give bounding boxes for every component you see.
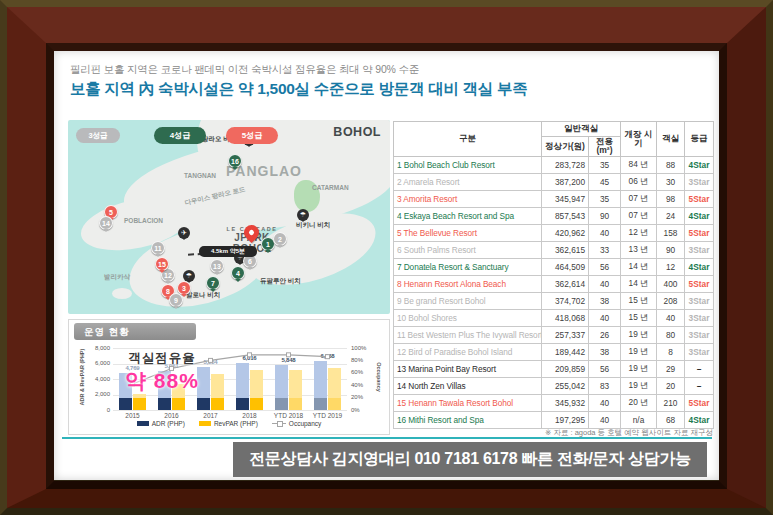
resort-opening-cell: 15 년 xyxy=(621,309,657,326)
resort-area-cell: 40 xyxy=(589,411,621,428)
right-axis-tick: 60% xyxy=(351,369,377,375)
x-axis-label: 2015 xyxy=(113,412,152,419)
left-axis-tick: 8,000 xyxy=(83,345,110,351)
resort-price-cell: 189,442 xyxy=(542,343,589,360)
balicasag-label: 발리카삭 xyxy=(104,273,130,282)
resort-opening-cell: 12 년 xyxy=(621,224,657,241)
resort-grade-cell: 4Star xyxy=(685,156,714,173)
resort-name-cell: 8 Henann Resort Alona Beach xyxy=(394,275,542,292)
resort-price-cell: 387,200 xyxy=(542,173,589,190)
right-axis-tick: 100% xyxy=(351,345,377,351)
operations-chart-panel: 운영 현황 ADR & RevPAR (PHP) Occupancy 4,769… xyxy=(68,319,390,435)
poblacion-label: POBLACION xyxy=(124,217,163,224)
resort-grade-cell: 3Star xyxy=(685,326,714,343)
resort-grade-cell: – xyxy=(685,377,714,394)
resort-area-cell: 45 xyxy=(589,173,621,190)
balicasag-island-shape xyxy=(112,288,132,299)
resort-rooms-cell: 80 xyxy=(657,326,685,343)
table-row: 10 Bohol Shores418,0684015 년403Star xyxy=(394,309,714,326)
chart-title-ribbon: 운영 현황 xyxy=(74,323,196,340)
resort-price-cell: 857,543 xyxy=(542,207,589,224)
resort-rooms-cell: 20 xyxy=(657,377,685,394)
resort-name-cell: 10 Bohol Shores xyxy=(394,309,542,326)
right-axis-tick: 80% xyxy=(351,357,377,363)
resort-grade-cell: 3Star xyxy=(685,292,714,309)
resort-area-cell: 40 xyxy=(589,309,621,326)
map-pin-15: 15 xyxy=(155,257,169,271)
catarman-label: CATARMAN xyxy=(312,184,349,191)
map-pin-11: 11 xyxy=(151,241,165,255)
bikini-beach-pin-icon: ☂ xyxy=(297,209,309,221)
table-row: 13 Marina Point Bay Resort209,8595619 년2… xyxy=(394,360,714,377)
resort-area-cell: 35 xyxy=(589,190,621,207)
resort-name-cell: 11 Best Western Plus The Ivywall Resort xyxy=(394,326,542,343)
resort-area-cell: 40 xyxy=(589,394,621,411)
map-pin-4: 4 xyxy=(231,266,245,280)
resort-name-cell: 4 Eskaya Beach Resort and Spa xyxy=(394,207,542,224)
resort-area-cell: 40 xyxy=(589,224,621,241)
right-axis-tick: 20% xyxy=(351,394,377,400)
resort-name-cell: 1 Bohol Beach Club Resort xyxy=(394,156,542,173)
col-header-area: 전용(m²) xyxy=(589,137,621,157)
framed-slide: 필리핀 보홀 지역은 코로나 팬데믹 이전 숙박시설 점유율은 최대 약 90%… xyxy=(0,0,773,515)
resort-price-cell: 255,042 xyxy=(542,377,589,394)
resort-opening-cell: 14 년 xyxy=(621,275,657,292)
resort-opening-cell: 84 년 xyxy=(621,156,657,173)
resort-price-cell: 362,614 xyxy=(542,275,589,292)
distance-badge: 4.5km 약5분 xyxy=(199,246,257,257)
resort-name-cell: 5 The Bellevue Resort xyxy=(394,224,542,241)
x-axis-label: YTD 2018 xyxy=(269,412,308,419)
resort-rooms-cell: 40 xyxy=(657,309,685,326)
occupancy-swatch xyxy=(272,423,286,424)
x-axis-label: 2018 xyxy=(230,412,269,419)
resort-table-wrap: 구분 일반객실 개장 시기 객실 등급 정상가(원) 전용(m²) 1 Boho… xyxy=(393,121,713,429)
resort-opening-cell: 19 년 xyxy=(621,360,657,377)
table-row: 3 Amorita Resort345,9473507 년985Star xyxy=(394,190,714,207)
resort-grade-cell: 3Star xyxy=(685,173,714,190)
resort-grade-cell: 3Star xyxy=(685,343,714,360)
left-axis-tick: 2,000 xyxy=(83,391,110,397)
annotation-caption: 객실점유율 xyxy=(125,350,199,367)
table-row: 6 South Palms Resort362,6153313 년903Star xyxy=(394,241,714,258)
right-axis-tick: 40% xyxy=(351,382,377,388)
resort-table: 구분 일반객실 개장 시기 객실 등급 정상가(원) 전용(m²) 1 Boho… xyxy=(393,121,714,429)
left-axis-tick: 0 xyxy=(83,407,110,413)
resort-opening-cell: 19 년 xyxy=(621,377,657,394)
slide-title: 보홀 지역 內 숙박시설은 약 1,500실 수준으로 방문객 대비 객실 부족 xyxy=(70,79,527,100)
resort-grade-cell: 3Star xyxy=(685,309,714,326)
legend-occupancy-label: Occupancy xyxy=(289,420,322,427)
right-axis-tick: 0% xyxy=(351,407,377,413)
table-row: 1 Bohol Beach Club Resort283,7283584 년88… xyxy=(394,156,714,173)
resort-name-cell: 2 Amarela Resort xyxy=(394,173,542,190)
resort-name-cell: 6 South Palms Resort xyxy=(394,241,542,258)
resort-rooms-cell: 30 xyxy=(657,173,685,190)
resort-rooms-cell: 12 xyxy=(657,258,685,275)
resort-price-cell: 362,615 xyxy=(542,241,589,258)
resort-opening-cell: 20 년 xyxy=(621,394,657,411)
table-row: 16 Mithi Resort and Spa197,29540n/a684St… xyxy=(394,411,714,428)
col-header-room-group: 일반객실 xyxy=(542,122,621,137)
resort-rooms-cell: 98 xyxy=(657,190,685,207)
resort-grade-cell: 5Star xyxy=(685,275,714,292)
map-pin-13: 13 xyxy=(210,259,224,273)
table-row: 4 Eskaya Beach Resort and Spa857,5439007… xyxy=(394,207,714,224)
slide-subtitle: 필리핀 보홀 지역은 코로나 팬데믹 이전 숙박시설 점유율은 최대 약 90%… xyxy=(70,63,419,77)
legend-adr-label: ADR (PHP) xyxy=(152,420,185,427)
map-pin-7: 7 xyxy=(206,276,220,290)
resort-area-cell: 38 xyxy=(589,343,621,360)
table-row: 8 Henann Resort Alona Beach362,6144014 년… xyxy=(394,275,714,292)
resort-price-cell: 257,337 xyxy=(542,326,589,343)
teal-divider xyxy=(62,437,712,439)
resort-opening-cell: 06 년 xyxy=(621,173,657,190)
resort-name-cell: 9 Be grand Resort Bohol xyxy=(394,292,542,309)
legend-3star-pill: 3성급 xyxy=(76,128,120,143)
left-axis-tick: 4,000 xyxy=(83,376,110,382)
left-axis-tick: 6,000 xyxy=(83,360,110,366)
resort-area-cell: 35 xyxy=(589,156,621,173)
resort-area-cell: 56 xyxy=(589,258,621,275)
slide-content: 필리핀 보홀 지역은 코로나 팬데믹 이전 숙박시설 점유율은 최대 약 90%… xyxy=(54,51,719,480)
legend-revpar: RevPAR (PHP) xyxy=(199,420,258,427)
resort-rooms-cell: 90 xyxy=(657,241,685,258)
resort-opening-cell: 19 년 xyxy=(621,343,657,360)
resort-rooms-cell: 210 xyxy=(657,394,685,411)
